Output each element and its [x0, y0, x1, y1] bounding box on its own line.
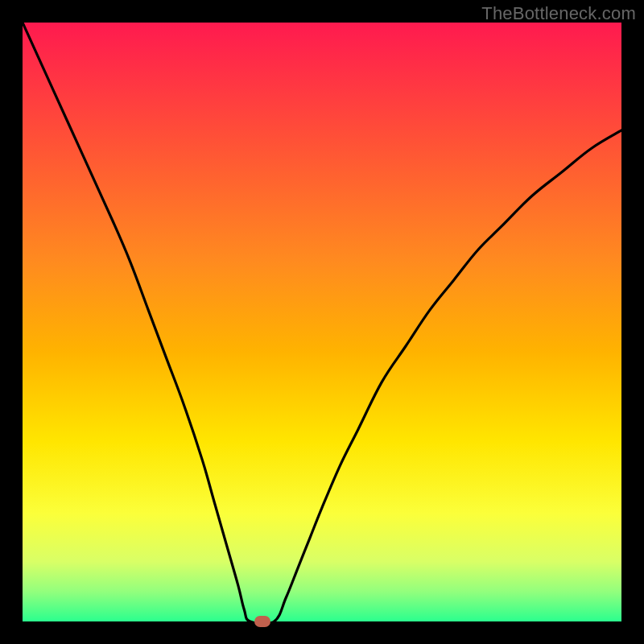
chart-svg: [23, 23, 621, 621]
watermark-text: TheBottleneck.com: [481, 3, 636, 24]
chart-frame: TheBottleneck.com: [0, 0, 644, 644]
plot-area: [23, 23, 621, 621]
optimum-marker: [254, 616, 270, 627]
gradient-rect: [23, 23, 621, 621]
